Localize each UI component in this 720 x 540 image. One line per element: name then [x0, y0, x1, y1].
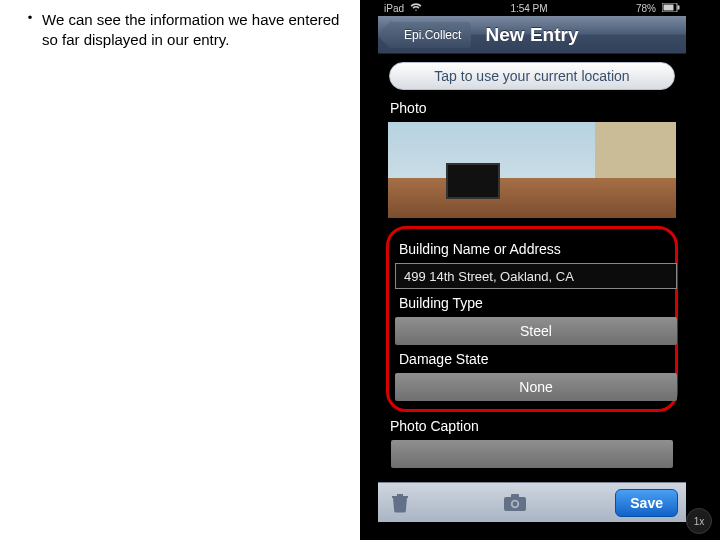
save-button-label: Save	[630, 495, 663, 511]
building-type-value: Steel	[520, 323, 552, 339]
status-bar: iPad 1:54 PM 78%	[378, 0, 686, 16]
trash-icon[interactable]	[386, 489, 414, 517]
save-button[interactable]: Save	[615, 489, 678, 517]
building-name-input[interactable]: 499 14th Street, Oakland, CA	[395, 263, 677, 289]
bullet-row: • We can see the information we have ent…	[18, 10, 348, 49]
use-location-button[interactable]: Tap to use your current location	[389, 62, 675, 90]
svg-rect-4	[511, 494, 519, 498]
back-button[interactable]: Epi.Collect	[388, 22, 471, 48]
clock: 1:54 PM	[510, 3, 547, 14]
device-label: iPad	[384, 3, 404, 14]
svg-rect-2	[678, 5, 680, 9]
photo-thumbnail[interactable]	[388, 122, 676, 218]
form-scroll-area[interactable]: Tap to use your current location Photo B…	[378, 54, 686, 482]
svg-rect-1	[664, 4, 674, 10]
nav-bar: Epi.Collect New Entry	[378, 16, 686, 54]
wifi-icon	[410, 2, 422, 14]
building-name-label: Building Name or Address	[399, 241, 667, 257]
phone-frame: iPad 1:54 PM 78% Epi.Collect New Entry T…	[378, 0, 686, 522]
building-type-label: Building Type	[399, 295, 667, 311]
camera-icon[interactable]	[501, 489, 529, 517]
building-type-select[interactable]: Steel	[395, 317, 677, 345]
phone-backdrop: iPad 1:54 PM 78% Epi.Collect New Entry T…	[360, 0, 720, 540]
bullet-text: We can see the information we have enter…	[42, 10, 348, 49]
battery-icon	[662, 3, 680, 14]
back-button-label: Epi.Collect	[404, 28, 461, 42]
zoom-label: 1x	[694, 516, 705, 527]
damage-state-select[interactable]: None	[395, 373, 677, 401]
damage-state-label: Damage State	[399, 351, 667, 367]
photo-label: Photo	[390, 100, 676, 116]
damage-state-value: None	[519, 379, 552, 395]
photo-caption-label: Photo Caption	[390, 418, 676, 434]
photo-placeholder-image	[388, 122, 676, 218]
svg-point-6	[512, 501, 517, 506]
highlighted-fields-group: Building Name or Address 499 14th Street…	[386, 226, 678, 412]
use-location-label: Tap to use your current location	[434, 68, 629, 84]
slide-text-panel: • We can see the information we have ent…	[18, 10, 348, 49]
bullet-marker: •	[18, 10, 42, 49]
zoom-badge[interactable]: 1x	[686, 508, 712, 534]
bottom-toolbar: Save	[378, 482, 686, 522]
battery-percent: 78%	[636, 3, 656, 14]
building-name-value: 499 14th Street, Oakland, CA	[404, 269, 574, 284]
photo-caption-input[interactable]	[391, 440, 673, 468]
